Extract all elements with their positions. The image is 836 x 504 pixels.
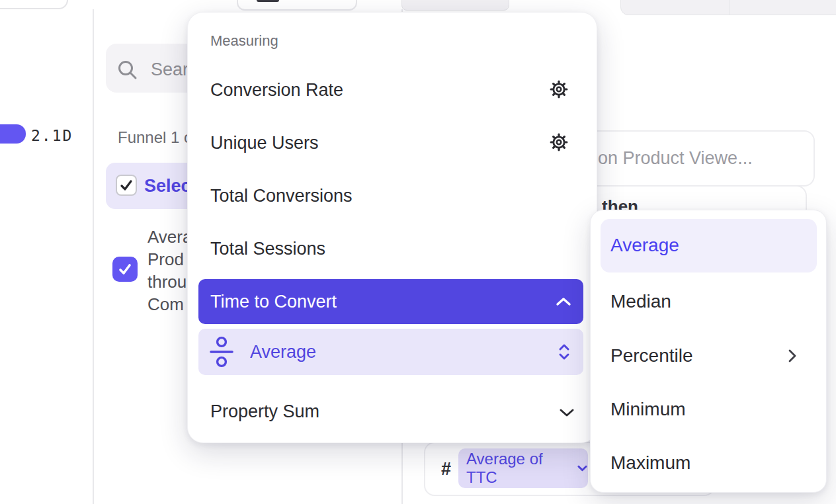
funnel-bar-fragment (0, 124, 26, 144)
measure-value-label: Average of TTC (466, 450, 571, 487)
toolbar-button-fragment[interactable] (237, 0, 357, 11)
measuring-menu-header: Measuring (210, 32, 278, 50)
menu-item-unique-users[interactable]: Unique Users (210, 133, 319, 153)
top-right-tab-left[interactable] (620, 0, 730, 15)
flyout-item-median[interactable]: Median (610, 291, 671, 312)
menu-item-conversion-rate[interactable]: Conversion Rate (210, 80, 343, 101)
search-icon (116, 59, 139, 81)
chevron-down-icon (577, 464, 588, 472)
select-step-label: Selec (144, 176, 191, 196)
up-down-chevron-icon (557, 329, 571, 375)
funnel-builder-screen: 2.1D Sear Funnel 1 of Selec Avera Prod t… (0, 0, 836, 504)
funnel-bar-value: 2.1D (31, 127, 91, 144)
menu-item-total-sessions[interactable]: Total Sessions (210, 239, 325, 259)
event-selector-text: on Product Viewe... (598, 148, 753, 169)
menu-item-total-conversions[interactable]: Total Conversions (210, 186, 353, 206)
top-left-card-fragment (0, 0, 68, 9)
gear-icon[interactable] (550, 133, 568, 151)
gear-icon[interactable] (550, 80, 568, 99)
measure-value-dropdown[interactable]: Average of TTC (458, 448, 588, 488)
toolbar-gray-box-fragment[interactable] (401, 0, 509, 11)
chevron-right-icon (787, 348, 798, 364)
flyout-item-minimum[interactable]: Minimum (610, 399, 686, 420)
toolbar-dark-icon-fragment (257, 0, 279, 2)
chevron-up-icon (556, 279, 571, 324)
measuring-menu (187, 12, 597, 443)
flyout-item-percentile[interactable]: Percentile (610, 345, 693, 366)
chevron-down-icon[interactable] (559, 408, 575, 417)
top-right-tab-right[interactable] (730, 0, 836, 15)
menu-item-property-sum[interactable]: Property Sum (210, 401, 319, 422)
numeric-property-icon: # (441, 459, 451, 480)
menu-item-time-to-convert-selected[interactable]: Time to Convert (198, 279, 583, 324)
search-placeholder: Sear (151, 60, 188, 80)
select-checkbox[interactable] (116, 175, 137, 196)
step-checkbox-checked[interactable] (112, 257, 138, 282)
flyout-item-average-label: Average (610, 235, 679, 256)
menu-item-label: Time to Convert (210, 292, 337, 312)
aggregation-selected-label: Average (250, 342, 316, 362)
left-panel-divider (93, 9, 94, 504)
flyout-item-maximum[interactable]: Maximum (610, 452, 690, 474)
funnel-counter-label: Funnel 1 of (118, 128, 197, 147)
aggregation-selector-row[interactable]: Average (198, 329, 583, 375)
average-icon (209, 335, 234, 368)
